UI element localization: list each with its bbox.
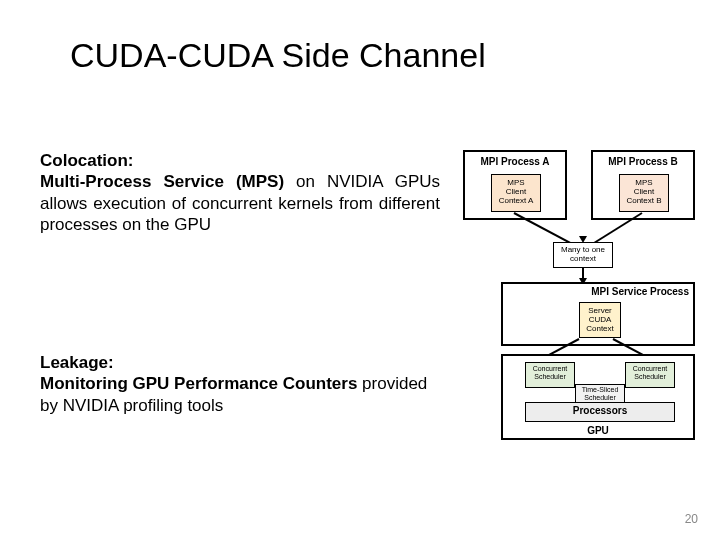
gpu-label: GPU <box>503 425 693 437</box>
time-sliced-scheduler: Time-SlicedScheduler <box>575 384 625 404</box>
processors-box: Processors <box>525 402 675 422</box>
leakage-heading: Leakage: <box>40 353 114 372</box>
leakage-paragraph: Leakage: Monitoring GPU Performance Coun… <box>40 352 440 416</box>
mpi-process-a-label: MPI Process A <box>465 156 565 168</box>
mpi-service-box: MPI Service Process ServerCUDAContext <box>501 282 695 346</box>
mpi-process-b-box: MPI Process B MPSClientContext B <box>591 150 695 220</box>
concurrent-scheduler-a: ConcurrentScheduler <box>525 362 575 388</box>
page-number: 20 <box>685 512 698 526</box>
colocation-bold: Multi-Process Service (MPS) <box>40 172 296 191</box>
mpi-process-a-box: MPI Process A MPSClientContext A <box>463 150 567 220</box>
leakage-bold: Monitoring GPU Performance Counters <box>40 374 362 393</box>
slide-title: CUDA-CUDA Side Channel <box>70 36 486 75</box>
colocation-heading: Colocation: <box>40 151 134 170</box>
mpi-service-label: MPI Service Process <box>591 286 689 298</box>
concurrent-scheduler-b: ConcurrentScheduler <box>625 362 675 388</box>
mpi-process-b-label: MPI Process B <box>593 156 693 168</box>
server-cuda-context-box: ServerCUDAContext <box>579 302 621 338</box>
many-to-one-box: Many to onecontext <box>553 242 613 268</box>
mps-client-a-box: MPSClientContext A <box>491 174 541 212</box>
mps-client-b-box: MPSClientContext B <box>619 174 669 212</box>
colocation-paragraph: Colocation: Multi-Process Service (MPS) … <box>40 150 440 235</box>
gpu-box: ConcurrentScheduler ConcurrentScheduler … <box>501 354 695 440</box>
